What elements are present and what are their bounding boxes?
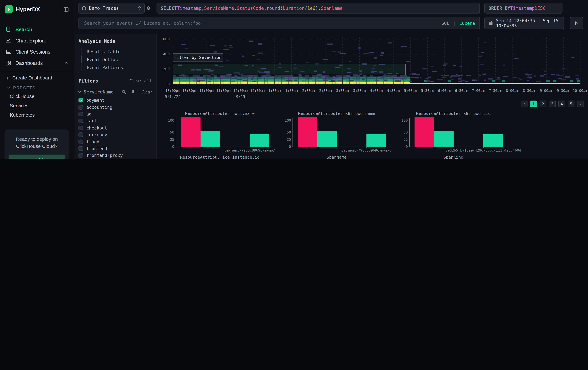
search-icon[interactable] — [122, 90, 126, 94]
checkbox[interactable] — [78, 146, 83, 151]
source-settings-gear-icon[interactable]: ⚙ — [147, 5, 150, 11]
page-button-2[interactable]: 2 — [540, 100, 546, 107]
chart-title: ResourceAttributes.host.name — [161, 111, 278, 116]
select-chevrons-icon — [138, 6, 141, 10]
page-button-3[interactable]: 3 — [549, 100, 556, 107]
sql-select-input[interactable]: SELECT Timestamp, ServiceName, StatusCod… — [157, 3, 480, 13]
page-button-5[interactable]: 5 — [568, 100, 575, 107]
checkbox[interactable] — [78, 153, 83, 158]
sidebar-item-dashboards[interactable]: Dashboards — [0, 57, 74, 69]
sidebar-item-chart-explorer[interactable]: Chart Explorer — [0, 35, 74, 46]
analysis-mode-results-table[interactable]: Results Table — [81, 48, 152, 56]
sql-token: , — [318, 6, 321, 11]
sql-token: ORDER BY — [489, 6, 510, 11]
inlier-bar[interactable] — [317, 131, 337, 147]
inlier-bar[interactable] — [483, 134, 503, 147]
y-axis-tick: 50 — [403, 130, 408, 134]
presets-toggle[interactable]: PRESETS — [0, 82, 74, 91]
outlier-bar[interactable] — [298, 117, 317, 147]
source-select[interactable]: Demo Traces — [78, 3, 144, 13]
inlier-bar[interactable] — [200, 131, 220, 147]
clear-filter-button[interactable]: Clear — [141, 90, 152, 94]
events-heatmap[interactable]: 6004002000Filter by Selection — [173, 38, 580, 86]
x-axis-tick: 1:30am — [285, 89, 298, 93]
lang-toggle-lucene[interactable]: Lucene — [459, 20, 475, 26]
sidebar-item-client-sessions[interactable]: Client Sessions — [0, 46, 74, 57]
filter-option-frontend[interactable]: frontend — [78, 145, 152, 152]
x-axis-tick: 10:30pm — [182, 89, 197, 93]
inlier-bar[interactable] — [250, 134, 269, 147]
preset-item-services[interactable]: Services — [0, 101, 74, 110]
inlier-bar[interactable] — [367, 134, 386, 147]
order-by-input[interactable]: ORDER BY Timestamp DESC — [484, 3, 562, 13]
page-button-1[interactable]: 1 — [530, 100, 537, 107]
checkbox[interactable] — [78, 139, 83, 144]
lang-toggle-sql[interactable]: SQL — [441, 20, 449, 26]
outlier-bar[interactable] — [415, 117, 434, 147]
filter-option-label: payment — [86, 98, 105, 103]
clear-all-button[interactable]: Clear all — [129, 78, 152, 83]
chart-icon — [5, 38, 11, 43]
analysis-mode-event-deltas[interactable]: Event Deltas — [81, 56, 152, 63]
y-axis-tick: 600 — [163, 37, 170, 41]
x-axis-tick: 3:30am — [353, 89, 366, 93]
y-axis-tick: 25 — [403, 138, 408, 141]
date-range-picker[interactable]: Sep 14 22:04:35 - Sep 15 10:04:35 — [484, 17, 564, 29]
sidebar-item-search[interactable]: Search — [0, 24, 74, 35]
page-button-4[interactable]: 4 — [558, 100, 565, 107]
run-query-button[interactable] — [570, 17, 583, 29]
filter-option-checkout[interactable]: checkout — [78, 124, 152, 131]
sql-token: Duration — [283, 6, 304, 11]
y-axis-tick: 200 — [163, 67, 170, 71]
page-prev-button[interactable]: ‹ — [521, 100, 528, 107]
filter-option-label: currency — [86, 132, 107, 137]
page-next-button[interactable]: › — [577, 100, 584, 107]
y-axis-tick: 0 — [168, 82, 170, 86]
sidebar-item-label: Chart Explorer — [15, 38, 68, 43]
outlier-bar[interactable] — [181, 117, 201, 147]
chart-plot[interactable]: 10050250payment-7985c8969c-mwmw7 — [293, 118, 392, 147]
filter-option-currency[interactable]: currency — [78, 131, 152, 138]
inlier-bar[interactable] — [434, 131, 453, 147]
filter-option-flagd[interactable]: flagd — [78, 138, 152, 145]
sql-token: , — [264, 6, 266, 11]
filter-by-selection-button[interactable]: Filter by Selection — [173, 53, 223, 61]
filter-group-header-servicename[interactable]: ServiceNameClear — [78, 87, 152, 97]
y-axis-tick: 400 — [163, 52, 170, 56]
filter-option-label: flagd — [86, 139, 99, 144]
preset-list: ClickHouseServicesKubernetes — [0, 91, 74, 120]
checkbox[interactable] — [78, 105, 83, 110]
chart-plot[interactable]: 10050250payment-7985c8969c-mwmw7 — [176, 118, 275, 147]
create-dashboard-label: Create Dashboard — [12, 75, 52, 80]
preset-item-clickhouse[interactable]: ClickHouse — [0, 91, 74, 101]
checkbox[interactable] — [78, 119, 83, 123]
checkbox[interactable] — [78, 112, 83, 116]
filter-option-frontend-proxy[interactable]: frontend-proxy — [78, 152, 152, 159]
sidebar-collapse-icon[interactable] — [63, 6, 69, 12]
pin-icon[interactable] — [131, 90, 135, 94]
checkbox[interactable] — [78, 126, 83, 130]
create-dashboard-button[interactable]: + Create Dashboard — [0, 71, 74, 82]
chart-plot[interactable]: 100502505e02b5fb-13ae-4296-bbbc-111f423c… — [409, 118, 509, 147]
x-axis-tick: 3:00am — [336, 89, 349, 93]
filter-option-accounting[interactable]: accounting — [78, 104, 152, 111]
filter-option-cart[interactable]: cart — [78, 117, 152, 124]
search-input[interactable] — [84, 20, 438, 26]
filter-option-payment[interactable]: payment — [78, 97, 152, 104]
sidebar-nav: SearchChart ExplorerClient SessionsDashb… — [0, 24, 74, 69]
checkbox-checked[interactable] — [78, 98, 83, 102]
filter-option-ad[interactable]: ad — [78, 110, 152, 117]
filter-panel: Analysis Mode Results TableEvent DeltasE… — [74, 34, 157, 159]
delta-chart: SpanName10050250grpc.oteldemo.PaymentSer… — [278, 154, 395, 159]
dashboard-icon — [5, 60, 11, 66]
analysis-mode-event-patterns[interactable]: Event Patterns — [81, 63, 152, 71]
gridline — [173, 39, 580, 40]
checkbox[interactable] — [78, 132, 83, 137]
heatmap-selection-region[interactable] — [173, 64, 405, 75]
sidebar-item-label: Client Sessions — [15, 49, 68, 55]
x-axis-tick: 8:30am — [523, 89, 536, 93]
preset-item-kubernetes[interactable]: Kubernetes — [0, 110, 74, 120]
gridline — [580, 38, 580, 84]
get-started-button[interactable]: Get Started for Free — [9, 155, 65, 159]
clickhouse-promo-card: Ready to deploy on ClickHouse Cloud? Get… — [4, 130, 69, 159]
